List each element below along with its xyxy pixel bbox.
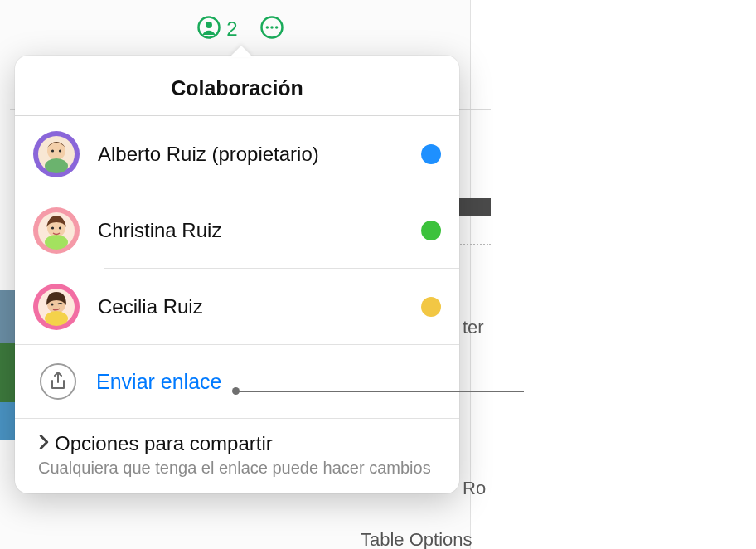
collaborator-name: Christina Ruiz (98, 219, 403, 242)
chevron-right-icon (38, 434, 50, 454)
svg-point-10 (51, 149, 54, 152)
collaboration-button[interactable]: 2 (196, 15, 237, 43)
collaborator-row[interactable]: Christina Ruiz (15, 192, 459, 269)
avatar (33, 284, 80, 330)
collaborator-name: Alberto Ruiz (propietario) (98, 143, 403, 166)
image-thumbnail (0, 290, 15, 440)
avatar (33, 131, 80, 177)
avatar (33, 207, 80, 254)
collaborator-row[interactable]: Cecilia Ruiz (15, 269, 459, 345)
svg-point-9 (45, 158, 68, 173)
svg-point-11 (59, 149, 61, 152)
presence-dot (421, 297, 441, 317)
collaborator-list: Alberto Ruiz (propietario) Christina Rui… (15, 116, 459, 345)
svg-point-4 (270, 26, 274, 29)
person-icon (196, 15, 221, 43)
popover-title: Colaboración (15, 56, 459, 116)
svg-point-17 (59, 226, 61, 229)
svg-point-5 (275, 26, 279, 29)
svg-point-1 (206, 22, 212, 28)
bg-text-frag: Table Options (361, 529, 472, 549)
collaboration-popover: Colaboración Alberto Ruiz (propietario) (15, 56, 459, 493)
inspector-panel (470, 0, 756, 549)
share-options-subtitle: Cualquiera que tenga el enlace puede hac… (38, 458, 441, 479)
send-link-row[interactable]: Enviar enlace (15, 345, 459, 419)
bg-text-frag: Ro (463, 478, 486, 499)
more-button[interactable] (259, 15, 284, 43)
send-link-label: Enviar enlace (96, 370, 221, 394)
svg-point-22 (51, 304, 54, 306)
share-options-title: Opciones para compartir (55, 432, 273, 455)
svg-point-21 (45, 311, 68, 326)
bg-text-frag: ter (463, 317, 484, 338)
collaborator-count: 2 (226, 17, 237, 41)
svg-point-16 (51, 226, 54, 229)
svg-point-15 (45, 235, 68, 250)
share-icon (40, 363, 76, 400)
popover-arrow (230, 46, 253, 57)
collaborator-row[interactable]: Alberto Ruiz (propietario) (15, 116, 459, 192)
presence-dot (421, 221, 441, 240)
table-row-strip (458, 217, 491, 245)
svg-point-3 (265, 26, 269, 29)
share-options-row[interactable]: Opciones para compartir Cualquiera que t… (15, 419, 459, 479)
collaborator-name: Cecilia Ruiz (98, 295, 403, 318)
toolbar: 2 (0, 15, 481, 43)
table-header-strip (458, 198, 491, 216)
callout-leader-line (234, 391, 524, 392)
presence-dot (421, 144, 441, 164)
